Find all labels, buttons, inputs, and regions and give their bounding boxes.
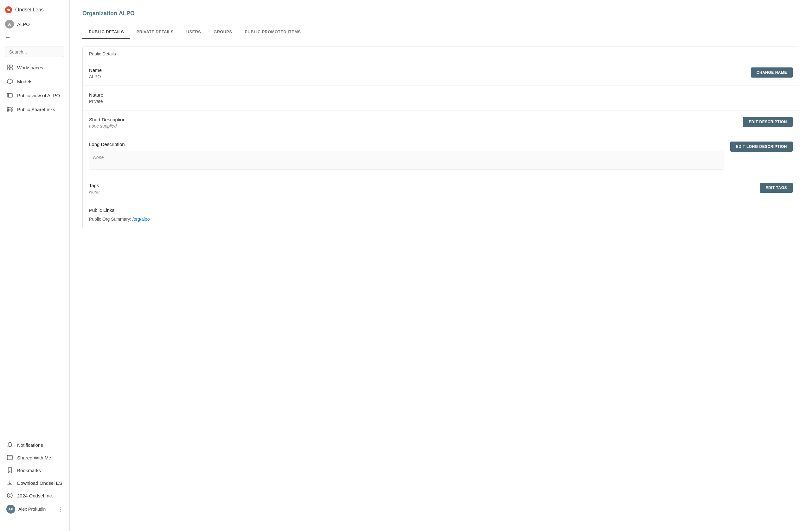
svg-point-11 xyxy=(11,108,12,110)
sidebar-back-button-bottom[interactable]: ← xyxy=(5,517,64,527)
field-row-nature: Nature Private xyxy=(83,86,799,110)
field-label-tags: Tags xyxy=(89,183,100,188)
public-link-summary-label: Public Org Summary: xyxy=(89,217,131,222)
sidebar-item-download[interactable]: Download Ondsel ES xyxy=(5,477,64,489)
models-icon xyxy=(6,78,13,85)
sidebar-item-shared-with-me-label: Shared With Me xyxy=(17,455,51,460)
public-link-summary-link[interactable]: /org/alpo xyxy=(132,217,149,222)
tab-private-details[interactable]: PRIVATE DETAILS xyxy=(130,26,180,39)
back-icon-bottom: ← xyxy=(5,519,11,525)
org-avatar: A xyxy=(5,20,14,29)
section-header: Public Details xyxy=(83,47,799,61)
field-row-tags: Tags None EDIT TAGS xyxy=(83,176,799,201)
field-left-long-description: Long Description None xyxy=(89,142,724,170)
sidebar-item-bookmarks-label: Bookmarks xyxy=(17,468,41,473)
svg-point-12 xyxy=(11,110,12,112)
svg-rect-2 xyxy=(10,65,12,67)
sidebar-logo[interactable]: Ondsel Lens xyxy=(5,4,64,16)
back-icon: ← xyxy=(5,34,11,41)
ondsel-logo-icon xyxy=(5,6,12,13)
sidebar-org-row[interactable]: A ALPO xyxy=(5,17,64,31)
sidebar-item-models[interactable]: Models xyxy=(5,75,64,88)
bookmarks-icon xyxy=(6,467,13,474)
public-view-icon xyxy=(6,92,13,99)
tab-public-promoted-items[interactable]: PUBLIC PROMOTED ITEMS xyxy=(238,26,307,39)
main-content: Organization ALPO PUBLIC DETAILS PRIVATE… xyxy=(70,0,812,531)
public-details-card: Public Details Name ALPO CHANGE NAME Nat… xyxy=(82,46,799,228)
field-left-nature: Nature Private xyxy=(89,92,103,104)
sidebar-user-label: Alex Prokudin xyxy=(18,507,46,512)
svg-point-7 xyxy=(7,107,9,108)
sharelinks-icon xyxy=(6,106,13,113)
tab-groups[interactable]: GROUPS xyxy=(207,26,238,39)
field-label-nature: Nature xyxy=(89,92,103,98)
sidebar-item-sharelinks[interactable]: Public ShareLinks xyxy=(5,103,64,116)
field-label-short-description: Short Description xyxy=(89,117,126,122)
sidebar-item-copyright: 2024 Ondsel Inc. xyxy=(5,489,64,502)
download-icon xyxy=(6,480,13,486)
sidebar-item-shared-with-me[interactable]: Shared With Me xyxy=(5,452,64,463)
search-input[interactable] xyxy=(5,46,64,57)
sidebar-item-sharelinks-label: Public ShareLinks xyxy=(17,107,55,112)
user-menu-icon[interactable]: ⋮ xyxy=(57,506,63,513)
user-avatar: AP xyxy=(6,505,15,514)
edit-tags-button[interactable]: EDIT TAGS xyxy=(760,183,793,193)
shared-with-me-icon xyxy=(6,454,13,461)
svg-point-9 xyxy=(7,110,9,112)
field-row-long-description: Long Description None EDIT LONG DESCRIPT… xyxy=(83,135,799,176)
sidebar-item-download-label: Download Ondsel ES xyxy=(17,480,62,486)
svg-point-18 xyxy=(7,493,12,498)
field-value-name: ALPO xyxy=(89,74,102,79)
field-value-short-description: none supplied xyxy=(89,123,126,129)
svg-point-8 xyxy=(7,108,9,110)
svg-rect-4 xyxy=(10,68,12,70)
copyright-icon xyxy=(6,492,13,499)
field-left-short-description: Short Description none supplied xyxy=(89,117,126,129)
sidebar-logo-label: Ondsel Lens xyxy=(15,7,44,13)
edit-description-button[interactable]: EDIT DESCRIPTION xyxy=(743,117,793,127)
svg-marker-5 xyxy=(7,79,12,84)
svg-rect-16 xyxy=(7,455,12,460)
svg-point-10 xyxy=(11,107,12,108)
field-value-tags: None xyxy=(89,189,100,194)
sidebar-bottom: Notifications Shared With Me Bookmarks xyxy=(0,436,69,531)
field-row-public-links: Public Links Public Org Summary: /org/al… xyxy=(83,201,799,228)
sidebar-item-public-view[interactable]: Public view of ALPO xyxy=(5,89,64,102)
edit-long-description-button[interactable]: EDIT LONG DESCRIPTION xyxy=(730,142,793,152)
sidebar-user-row: AP Alex Prokudin ⋮ xyxy=(5,502,64,516)
tab-public-details[interactable]: PUBLIC DETAILS xyxy=(82,26,130,39)
field-row-short-description: Short Description none supplied EDIT DES… xyxy=(83,110,799,135)
field-value-long-description: None xyxy=(89,151,724,170)
svg-rect-1 xyxy=(7,65,10,67)
sidebar-item-workspaces-label: Workspaces xyxy=(17,65,43,70)
field-label-long-description: Long Description xyxy=(89,142,724,147)
sidebar-item-notifications[interactable]: Notifications xyxy=(5,439,64,451)
svg-rect-3 xyxy=(7,68,10,70)
change-name-button[interactable]: CHANGE NAME xyxy=(751,68,793,77)
sidebar-item-copyright-label: 2024 Ondsel Inc. xyxy=(17,493,53,498)
field-row-name: Name ALPO CHANGE NAME xyxy=(83,61,799,86)
sidebar-org-label: ALPO xyxy=(17,21,30,27)
sidebar: Ondsel Lens A ALPO ← Work xyxy=(0,0,70,531)
field-left-name: Name ALPO xyxy=(89,68,102,79)
workspaces-icon xyxy=(6,64,13,71)
field-label-name: Name xyxy=(89,68,102,73)
sidebar-user-info[interactable]: AP Alex Prokudin xyxy=(6,505,46,514)
sidebar-item-workspaces[interactable]: Workspaces xyxy=(5,61,64,74)
field-value-nature: Private xyxy=(89,99,103,104)
sidebar-item-public-view-label: Public view of ALPO xyxy=(17,93,60,98)
sidebar-item-bookmarks[interactable]: Bookmarks xyxy=(5,464,64,476)
sidebar-item-notifications-label: Notifications xyxy=(17,442,43,448)
field-label-public-links: Public Links xyxy=(89,207,114,213)
org-header: Organization ALPO xyxy=(82,10,799,17)
tab-users[interactable]: USERS xyxy=(180,26,207,39)
sidebar-back-button[interactable]: ← xyxy=(5,32,64,43)
public-link-row: Public Org Summary: /org/alpo xyxy=(89,217,149,222)
svg-rect-6 xyxy=(7,93,12,97)
tabs-bar: PUBLIC DETAILS PRIVATE DETAILS USERS GRO… xyxy=(82,26,799,39)
notifications-icon xyxy=(6,441,13,448)
sidebar-item-models-label: Models xyxy=(17,79,32,84)
field-left-tags: Tags None xyxy=(89,183,100,194)
